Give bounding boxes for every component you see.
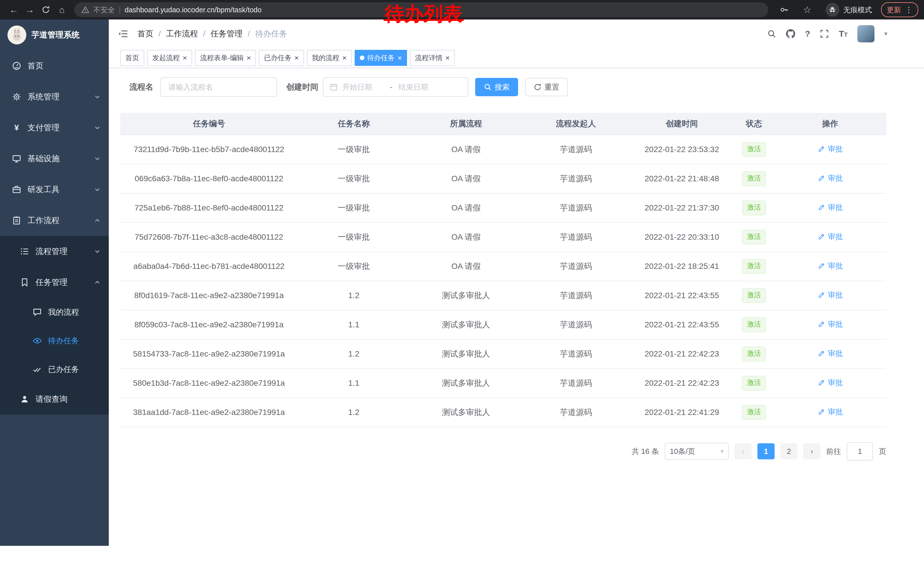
status-badge: 激活 — [742, 376, 766, 390]
prev-page-button[interactable]: ‹ — [735, 443, 752, 459]
breadcrumb-item-task-mgmt[interactable]: 任务管理 — [211, 29, 243, 39]
chevron-down-icon — [94, 93, 101, 100]
browser-menu-icon[interactable]: ⋮ — [905, 6, 912, 14]
sidebar-item-process-mgmt[interactable]: 流程管理 — [0, 236, 109, 267]
tab-close-icon[interactable]: × — [246, 54, 251, 62]
sidebar-collapse-icon[interactable] — [118, 29, 128, 39]
cell-initiator: 芋道源码 — [522, 398, 630, 427]
cell-initiator: 芋道源码 — [522, 252, 630, 281]
cell-status: 激活 — [734, 252, 774, 281]
sidebar-item-task-mgmt[interactable]: 任务管理 — [0, 267, 109, 298]
approve-link[interactable]: 审批 — [818, 203, 843, 213]
sidebar-item-system[interactable]: 系统管理 — [0, 81, 109, 112]
cell-action: 审批 — [774, 398, 886, 427]
sidebar-item-leave-query[interactable]: 请假查询 — [0, 384, 109, 415]
bookmark-star-icon[interactable]: ☆ — [799, 2, 815, 18]
security-label[interactable]: 不安全 — [93, 5, 115, 15]
page-size-select[interactable]: 10条/页 ▾ — [664, 443, 729, 460]
approve-link[interactable]: 审批 — [818, 173, 843, 183]
dashboard-icon — [12, 61, 22, 71]
table-row: 725a1eb6-7b88-11ec-8ef0-acde48001122一级审批… — [120, 193, 886, 222]
app-logo — [8, 26, 26, 44]
tab-home[interactable]: 首页 — [120, 50, 144, 66]
approve-link[interactable]: 审批 — [818, 261, 843, 271]
sidebar-item-my-process[interactable]: 我的流程 — [0, 298, 109, 326]
screen: ← → ⌂ 不安全 | dashboard.yudao.iocoder.cn/b… — [0, 0, 924, 563]
column-task-id: 任务编号 — [120, 113, 298, 135]
cell-task-id: 8f059c03-7ac8-11ec-a9e2-a2380e71991a — [120, 310, 298, 339]
search-button[interactable]: 搜索 — [475, 78, 518, 96]
avatar-caret-icon[interactable]: ▾ — [884, 30, 887, 38]
sidebar-item-workflow[interactable]: 工作流程 — [0, 205, 109, 236]
page-button-2[interactable]: 2 — [780, 443, 798, 459]
sidebar-item-payment[interactable]: ¥ 支付管理 — [0, 112, 109, 143]
chevron-down-icon — [94, 186, 101, 193]
cell-task-id: 381aa1dd-7ac8-11ec-a9e2-a2380e71991a — [120, 398, 298, 427]
edit-icon — [818, 174, 825, 182]
tab-label: 我的流程 — [312, 53, 339, 62]
process-name-input-field[interactable] — [167, 82, 270, 92]
status-badge: 激活 — [742, 347, 766, 362]
app-title: 芋道管理系统 — [32, 30, 80, 41]
sidebar-item-done-tasks[interactable]: 已办任务 — [0, 355, 109, 384]
tab-close-icon[interactable]: × — [294, 54, 298, 62]
tab-my-process[interactable]: 我的流程× — [307, 50, 352, 66]
reset-button-label: 重置 — [544, 82, 560, 92]
create-time-range-picker[interactable]: 开始日期 - 结束日期 — [323, 77, 468, 97]
tab-close-icon[interactable]: × — [446, 54, 450, 62]
tab-form-edit[interactable]: 流程表单-编辑× — [195, 50, 256, 66]
approve-link[interactable]: 审批 — [818, 407, 843, 417]
tab-label: 发起流程 — [152, 53, 180, 62]
tab-start-process[interactable]: 发起流程× — [147, 50, 192, 66]
help-icon[interactable]: ? — [805, 29, 810, 39]
goto-page-input[interactable] — [847, 442, 873, 461]
tab-done-tasks[interactable]: 已办任务× — [259, 50, 304, 66]
search-icon[interactable] — [767, 29, 776, 38]
approve-link[interactable]: 审批 — [818, 348, 843, 359]
browser-home-button[interactable]: ⌂ — [54, 2, 70, 18]
page-url[interactable]: dashboard.yudao.iocoder.cn/bpm/task/todo — [125, 6, 262, 14]
tab-close-icon[interactable]: × — [342, 54, 346, 62]
incognito-label: 无痕模式 — [843, 5, 872, 15]
cell-status: 激活 — [734, 135, 774, 164]
approve-link[interactable]: 审批 — [818, 378, 843, 388]
cell-process: OA 请假 — [410, 252, 522, 281]
cell-task-name: 一级审批 — [298, 193, 410, 222]
end-date-placeholder: 结束日期 — [399, 82, 440, 92]
reset-button[interactable]: 重置 — [525, 78, 568, 96]
password-key-icon[interactable] — [776, 2, 792, 18]
browser-back-button[interactable]: ← — [6, 2, 22, 18]
user-avatar[interactable] — [857, 25, 874, 42]
approve-link[interactable]: 审批 — [818, 290, 843, 300]
font-size-icon[interactable]: TT — [839, 29, 848, 39]
approve-link[interactable]: 审批 — [818, 144, 843, 154]
page-button-1[interactable]: 1 — [758, 443, 775, 459]
process-name-input[interactable] — [160, 77, 277, 97]
cell-task-id: a6aba0a4-7b6d-11ec-b781-acde48001122 — [120, 252, 298, 281]
fullscreen-icon[interactable] — [820, 29, 829, 38]
breadcrumb-item-workflow[interactable]: 工作流程 — [166, 29, 198, 39]
sidebar-item-home[interactable]: 首页 — [0, 50, 109, 81]
tab-close-icon[interactable]: × — [183, 54, 187, 62]
page-content: 流程名 创建时间 开始日期 - 结束日期 搜索 — [109, 68, 924, 461]
next-page-button[interactable]: › — [803, 443, 820, 459]
browser-update-button[interactable]: 更新 ⋮ — [881, 2, 918, 17]
double-check-icon — [32, 365, 42, 374]
approve-link[interactable]: 审批 — [818, 319, 843, 329]
sidebar-item-infra[interactable]: 基础设施 — [0, 143, 109, 174]
github-icon[interactable] — [786, 29, 795, 38]
tab-close-icon[interactable]: × — [398, 54, 402, 62]
sidebar-item-devtools[interactable]: 研发工具 — [0, 174, 109, 205]
approve-link[interactable]: 审批 — [818, 232, 843, 242]
browser-reload-button[interactable] — [38, 2, 54, 18]
breadcrumb-item-home[interactable]: 首页 — [137, 29, 153, 39]
tab-todo-tasks[interactable]: 待办任务× — [355, 50, 407, 66]
tab-process-detail[interactable]: 流程详情× — [410, 50, 455, 66]
cell-process: 测试多审批人 — [410, 310, 522, 339]
active-tab-dot — [360, 56, 364, 60]
sidebar-item-todo-tasks[interactable]: 待办任务 — [0, 326, 109, 355]
cell-action: 审批 — [774, 281, 886, 310]
browser-forward-button[interactable]: → — [22, 2, 38, 18]
cell-status: 激活 — [734, 369, 774, 398]
breadcrumb: 首页 / 工作流程 / 任务管理 / 待办任务 — [137, 29, 287, 39]
